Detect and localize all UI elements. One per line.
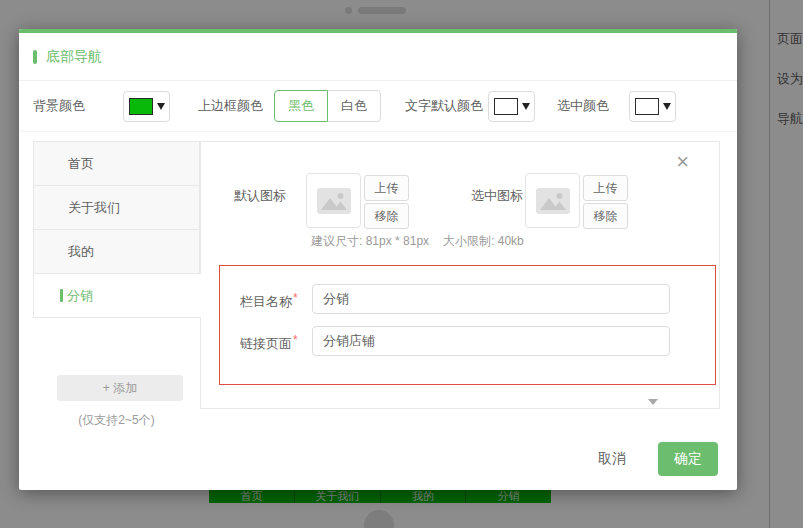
title-accent-bar (33, 50, 37, 64)
cancel-button[interactable]: 取消 (592, 449, 632, 469)
image-placeholder-icon (536, 188, 570, 214)
default-icon-actions: 上传 移除 (364, 175, 409, 229)
caret-down-icon (157, 103, 165, 110)
dialog-footer: 取消 确定 (592, 442, 718, 476)
nav-tab-distribution[interactable]: 分销 (33, 273, 201, 318)
size-hint-limit: 大小限制: 40kb (443, 234, 524, 248)
active-tab-accent-bar (60, 289, 63, 302)
color-settings-row: 背景颜色 上边框颜色 黑色 白色 文字默认颜色 选中颜色 (19, 81, 737, 132)
caret-down-icon (663, 103, 671, 110)
dialog-header: 底部导航 (19, 33, 737, 81)
nav-tab-mine[interactable]: 我的 (33, 229, 200, 274)
nav-items-column: 首页 关于我们 我的 分销 + 添加 (33, 141, 200, 410)
text-default-color-swatch (494, 98, 518, 115)
selected-color-picker[interactable] (629, 91, 676, 122)
nav-tab-home[interactable]: 首页 (33, 141, 200, 186)
caret-down-icon (648, 399, 658, 405)
icon-size-hint: 建议尺寸: 81px * 81px大小限制: 40kb (311, 233, 538, 250)
confirm-button[interactable]: 确定 (658, 442, 718, 476)
link-page-value: 分销店铺 (323, 332, 375, 350)
add-tab-button[interactable]: + 添加 (57, 375, 183, 401)
link-page-label-text: 链接页面 (240, 336, 292, 351)
tab-name-label: 栏目名称* (240, 291, 298, 311)
default-icon-upload-button[interactable]: 上传 (364, 175, 409, 201)
top-border-color-label: 上边框颜色 (198, 97, 263, 115)
close-icon[interactable]: × (676, 151, 689, 173)
nav-tab-about[interactable]: 关于我们 (33, 185, 200, 230)
bg-color-label: 背景颜色 (33, 97, 85, 115)
required-asterisk: * (293, 291, 298, 305)
top-border-black-button[interactable]: 黑色 (274, 90, 328, 122)
selected-color-label: 选中颜色 (557, 97, 609, 115)
selected-color-swatch (635, 98, 659, 115)
selected-icon-preview (525, 173, 580, 228)
selected-icon-label: 选中图标 (471, 187, 523, 205)
screen: 页面 设为 导航 首页 关于我们 我的 分销 底部导航 背景颜色 上边框颜色 黑… (0, 0, 803, 528)
default-icon-remove-button[interactable]: 移除 (364, 203, 409, 229)
default-icon-preview (306, 173, 361, 228)
image-placeholder-icon (317, 188, 351, 214)
tab-editor-panel: × 默认图标 上传 移除 选中图标 (200, 141, 720, 409)
bottom-nav-dialog: 底部导航 背景颜色 上边框颜色 黑色 白色 文字默认颜色 选中颜色 (19, 29, 737, 490)
top-border-white-button[interactable]: 白色 (327, 90, 381, 122)
default-icon-label: 默认图标 (234, 187, 286, 205)
bg-color-picker[interactable] (123, 91, 170, 122)
size-hint-dimension: 建议尺寸: 81px * 81px (311, 234, 429, 248)
link-page-label: 链接页面* (240, 333, 298, 353)
tab-name-label-text: 栏目名称 (240, 294, 292, 309)
selected-icon-remove-button[interactable]: 移除 (583, 203, 628, 229)
text-default-color-picker[interactable] (488, 91, 535, 122)
selected-icon-actions: 上传 移除 (583, 175, 628, 229)
required-asterisk: * (293, 333, 298, 347)
text-default-color-label: 文字默认颜色 (405, 97, 483, 115)
tab-limit-hint: (仅支持2~5个) (33, 412, 200, 429)
tab-name-input[interactable] (312, 284, 670, 314)
bg-color-swatch (129, 98, 153, 115)
dialog-title: 底部导航 (46, 48, 102, 66)
selected-icon-upload-button[interactable]: 上传 (583, 175, 628, 201)
top-border-color-group: 黑色 白色 (274, 90, 381, 122)
highlighted-form-box: 栏目名称* 链接页面* 分销店铺 (219, 265, 716, 385)
link-page-select[interactable]: 分销店铺 (312, 326, 670, 356)
caret-down-icon (522, 103, 530, 110)
nav-tab-label: 分销 (67, 287, 93, 305)
